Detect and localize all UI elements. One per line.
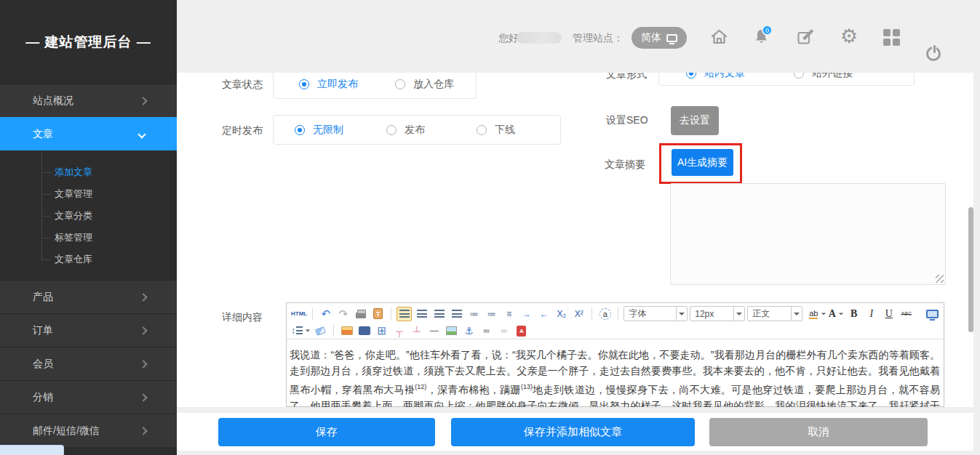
align-right-icon[interactable] xyxy=(431,307,447,321)
cancel-button[interactable]: 取消 xyxy=(709,418,928,446)
seo-setup-button[interactable]: 去设置 xyxy=(671,106,719,135)
apps-grid-icon[interactable] xyxy=(883,28,901,46)
save-button[interactable]: 保存 xyxy=(218,418,435,446)
submenu-item-article-manage[interactable]: 文章管理 xyxy=(55,187,92,201)
submenu-item-add-article[interactable]: 添加文章 xyxy=(55,165,92,180)
indent-icon[interactable]: → xyxy=(519,307,534,321)
rich-text-editor: HTML ↶ ↷ T ≔ ≔ ≡ → ← X₂ X² a xyxy=(286,302,944,407)
toolbar-separator xyxy=(391,307,391,320)
tree-tick xyxy=(41,259,51,260)
textarea-resize-handle[interactable] xyxy=(936,275,944,283)
font-size-select[interactable]: 12px xyxy=(690,306,745,321)
auto-typeset-icon[interactable]: a xyxy=(597,307,613,321)
compose-edit-icon[interactable] xyxy=(796,28,815,47)
ai-generate-summary-button[interactable]: AI生成摘要 xyxy=(672,149,733,176)
radio-selected-icon[interactable] xyxy=(299,79,309,89)
main-content: 文章状态 立即发布 放入仓库 定时发布 无限制 发布 下线 文章形式 xyxy=(177,73,973,407)
align-left-icon[interactable] xyxy=(397,307,412,321)
radio-selected-icon[interactable] xyxy=(686,73,696,78)
insert-image-icon[interactable] xyxy=(339,323,354,338)
html-source-icon[interactable]: HTML xyxy=(291,307,307,321)
editor-content-area[interactable]: 我说道：“爸爸，你走吧。”他往车外看了看，说：“我买几个橘子去。你就在此地，不要… xyxy=(287,340,944,407)
outdent-icon[interactable]: ← xyxy=(536,307,551,321)
sidebar-item-mail-sms-wechat[interactable]: 邮件/短信/微信 xyxy=(0,414,177,447)
word-wrap-icon[interactable]: ≡ xyxy=(501,307,517,321)
language-label: 简体 xyxy=(641,31,661,44)
align-center-icon[interactable] xyxy=(414,307,429,321)
radio-label: 放入仓库 xyxy=(413,78,454,91)
print-icon[interactable] xyxy=(353,307,368,321)
insert-video-icon[interactable] xyxy=(356,323,372,338)
paragraph-format-select[interactable]: 正文 xyxy=(747,306,802,321)
page-break-after-icon[interactable]: ┴ xyxy=(409,323,424,338)
paste-plain-text-icon[interactable]: T xyxy=(370,307,386,321)
sidebar-item-members[interactable]: 会员 xyxy=(0,347,177,380)
submenu-item-article-warehouse[interactable]: 文章仓库 xyxy=(55,252,92,267)
sidebar-item-label: 分销 xyxy=(33,391,53,404)
radio-selected-icon[interactable] xyxy=(295,125,305,135)
redo-icon[interactable]: ↷ xyxy=(335,307,351,321)
tree-tick xyxy=(41,172,51,173)
ordered-list-icon[interactable]: ≔ xyxy=(466,307,482,321)
radio-icon[interactable] xyxy=(386,125,397,135)
select-caret-icon xyxy=(733,307,744,321)
paragraph-format-value: 正文 xyxy=(748,307,791,320)
strikethrough-icon[interactable]: ABC xyxy=(899,307,914,321)
underline-icon[interactable]: U xyxy=(881,307,896,321)
submenu-item-article-category[interactable]: 文章分类 xyxy=(55,209,92,223)
font-family-select[interactable]: 字体 xyxy=(624,306,688,321)
highlight-color-icon[interactable]: ab xyxy=(809,307,826,321)
sidebar-item-products[interactable]: 产品 xyxy=(0,280,177,313)
home-icon[interactable] xyxy=(709,27,729,47)
radio-icon[interactable] xyxy=(794,73,804,78)
bold-icon[interactable]: B xyxy=(846,307,861,321)
radio-no-limit[interactable]: 无限制 xyxy=(295,124,343,137)
radio-publish[interactable]: 发布 xyxy=(386,124,425,137)
notifications-bell-icon[interactable]: 0 xyxy=(752,28,773,48)
fullscreen-preview-icon[interactable] xyxy=(924,307,939,321)
insert-photo-icon[interactable] xyxy=(444,323,459,338)
eraser-format-icon[interactable] xyxy=(313,323,328,338)
sidebar-item-site-overview[interactable]: 站点概况 xyxy=(0,84,177,117)
superscript-icon[interactable]: X² xyxy=(571,307,586,321)
save-and-add-similar-button[interactable]: 保存并添加相似文章 xyxy=(451,418,695,446)
chevron-right-icon xyxy=(139,360,147,368)
align-justify-icon[interactable] xyxy=(449,307,464,321)
page-break-before-icon[interactable]: ┬ xyxy=(391,323,407,338)
sidebar-item-orders[interactable]: 订单 xyxy=(0,313,177,347)
submenu-item-tag-manage[interactable]: 标签管理 xyxy=(55,230,92,245)
subscript-icon[interactable]: X₂ xyxy=(554,307,569,321)
radio-put-in-warehouse[interactable]: 放入仓库 xyxy=(395,78,454,91)
sidebar-item-label: 站点概况 xyxy=(33,94,73,108)
anchor-icon[interactable]: ⚓ xyxy=(461,323,477,338)
vertical-scrollbar-thumb[interactable] xyxy=(968,207,973,332)
unlink-icon[interactable]: ∞ xyxy=(496,323,511,338)
radio-icon[interactable] xyxy=(395,79,405,89)
radio-internal-article[interactable]: 站内文章 xyxy=(686,73,745,80)
settings-gear-icon[interactable]: ⚙ xyxy=(840,27,858,46)
user-name-redacted xyxy=(517,32,562,44)
link-icon[interactable]: ∞ xyxy=(479,323,494,338)
unordered-list-icon[interactable]: ≔ xyxy=(484,307,499,321)
logout-power-icon[interactable] xyxy=(925,45,943,63)
sidebar-item-distribution[interactable]: 分销 xyxy=(0,380,177,414)
font-family-value: 字体 xyxy=(624,307,676,320)
horizontal-rule-icon[interactable]: — xyxy=(426,323,442,338)
article-status-label: 文章状态 xyxy=(222,78,263,92)
summary-textarea[interactable] xyxy=(670,183,946,285)
sidebar-item-articles[interactable]: 文章 xyxy=(0,117,177,150)
radio-icon[interactable] xyxy=(477,125,487,135)
undo-icon[interactable]: ↶ xyxy=(318,307,333,321)
export-pdf-icon[interactable]: A xyxy=(514,323,529,338)
insert-table-icon[interactable]: ⊞ xyxy=(374,323,389,338)
editor-toolbar-row2: ↕ ⊞ ┬ ┴ — ⚓ ∞ ∞ A xyxy=(287,323,944,339)
sidebar-item-label: 产品 xyxy=(33,291,53,304)
line-height-icon[interactable]: ↕ xyxy=(291,323,311,338)
radio-offline[interactable]: 下线 xyxy=(477,124,515,137)
radio-external-link[interactable]: 站外链接 xyxy=(794,73,853,80)
language-toggle-button[interactable]: 简体 xyxy=(632,27,687,49)
detail-content-label: 详细内容 xyxy=(222,311,263,324)
radio-publish-now[interactable]: 立即发布 xyxy=(299,78,358,91)
font-color-icon[interactable]: A xyxy=(829,307,844,321)
italic-icon[interactable]: I xyxy=(864,307,879,321)
